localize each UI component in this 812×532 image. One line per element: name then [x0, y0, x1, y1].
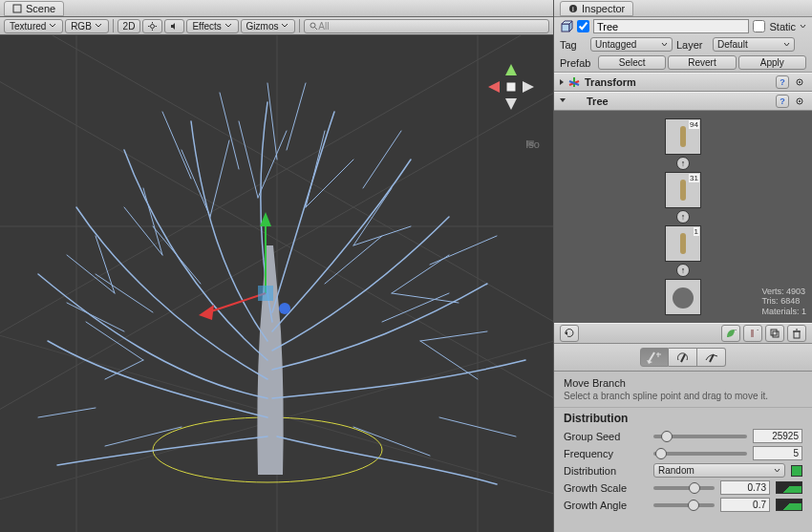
shading-dropdown[interactable]: Textured	[4, 19, 63, 33]
color-swatch[interactable]	[791, 465, 802, 477]
gizmos-dropdown[interactable]: Gizmos	[241, 19, 296, 33]
render-dropdown[interactable]: RGB	[65, 19, 108, 33]
tag-label: Tag	[560, 39, 587, 51]
svg-text:i: i	[572, 5, 574, 13]
svg-marker-33	[523, 81, 534, 93]
refresh-icon	[564, 328, 575, 339]
transform-icon	[567, 75, 581, 89]
growth-scale-value[interactable]: 0.73	[720, 480, 770, 495]
inspector-tabbar: i Inspector	[554, 0, 812, 17]
svg-marker-32	[505, 98, 517, 110]
svg-point-6	[310, 23, 315, 28]
growth-scale-curve[interactable]	[776, 481, 802, 494]
add-branch-button[interactable]: +	[743, 325, 762, 342]
delete-button[interactable]	[787, 325, 806, 342]
speaker-icon	[170, 22, 179, 31]
scene-tab-label: Scene	[26, 3, 55, 14]
growth-scale-label: Growth Scale	[564, 482, 648, 494]
axis-gizmo[interactable]: y x	[488, 64, 534, 110]
distribution-dropdown[interactable]: Random	[653, 463, 785, 478]
tree-node[interactable]: 94	[665, 118, 701, 155]
tree-node[interactable]	[665, 279, 701, 315]
scene-panel: Scene Textured RGB 2D Effects Gizmos All	[0, 0, 554, 532]
distribution-section: Distribution Group Seed 25925 Frequency …	[554, 408, 812, 519]
gear-icon[interactable]	[793, 75, 806, 89]
svg-rect-26	[258, 286, 273, 301]
freehand-mode-button[interactable]	[697, 348, 726, 367]
transform-component-header[interactable]: Transform ?	[554, 73, 812, 92]
edit-mode-group	[554, 344, 812, 372]
group-seed-slider[interactable]	[653, 435, 747, 438]
dim-mode-toggle[interactable]: 2D	[118, 19, 141, 33]
layer-dropdown[interactable]: Default	[713, 37, 795, 52]
expand-icon	[560, 98, 566, 105]
svg-rect-0	[13, 5, 21, 12]
trash-icon	[791, 328, 802, 339]
scene-tab[interactable]: Scene	[4, 1, 64, 16]
tree-toolbar: + +	[554, 323, 812, 344]
add-leaf-button[interactable]: +	[721, 325, 740, 342]
effects-dropdown[interactable]: Effects	[186, 19, 238, 33]
tree-component-header[interactable]: Tree ?	[554, 92, 812, 111]
mesh-stats: Verts: 4903 Tris: 6848 Materials: 1	[761, 287, 806, 317]
svg-line-64	[681, 354, 685, 362]
inspector-panel: i Inspector Static Tag Untagged Layer De…	[554, 0, 812, 532]
svg-marker-24	[199, 305, 214, 320]
expand-icon	[560, 79, 564, 85]
duplicate-icon	[769, 328, 780, 339]
prefab-label: Prefab	[560, 57, 596, 69]
frequency-value[interactable]: 5	[753, 446, 802, 460]
layer-label: Layer	[676, 39, 709, 51]
duplicate-button[interactable]	[765, 325, 784, 342]
frequency-slider[interactable]	[653, 452, 747, 456]
scene-icon	[12, 4, 22, 13]
svg-point-46	[799, 100, 801, 102]
search-field[interactable]: All	[304, 19, 549, 33]
light-toggle[interactable]	[142, 19, 162, 33]
svg-point-50	[673, 287, 694, 309]
scene-tabbar: Scene	[0, 0, 553, 17]
svg-rect-47	[680, 126, 686, 147]
prefab-revert-button[interactable]: Revert	[668, 55, 736, 70]
help-icon[interactable]: ?	[776, 75, 789, 89]
growth-angle-value[interactable]: 0.7	[720, 498, 770, 512]
svg-text:+: +	[757, 328, 759, 334]
sun-icon	[148, 22, 157, 31]
svg-marker-28	[505, 64, 517, 75]
growth-scale-slider[interactable]	[653, 486, 715, 490]
prefab-select-button[interactable]: Select	[598, 55, 666, 70]
refresh-button[interactable]	[560, 325, 579, 342]
static-label: Static	[769, 21, 796, 32]
tree-node[interactable]: 1	[665, 225, 701, 262]
inspector-tab[interactable]: i Inspector	[560, 1, 633, 16]
svg-line-7	[315, 27, 318, 30]
scene-viewport[interactable]: y x Iso	[0, 35, 553, 532]
growth-angle-slider[interactable]	[653, 503, 715, 507]
arrow-icon: ↑	[676, 210, 690, 223]
tag-dropdown[interactable]: Untagged	[590, 37, 673, 52]
rotate-mode-button[interactable]	[669, 348, 697, 367]
audio-toggle[interactable]	[164, 19, 184, 33]
group-seed-value[interactable]: 25925	[753, 429, 802, 443]
gear-icon[interactable]	[793, 95, 806, 108]
tree-node[interactable]: 31	[665, 172, 701, 208]
gameobject-header: Static Tag Untagged Layer Default Prefab…	[554, 17, 812, 73]
help-icon[interactable]: ?	[776, 95, 789, 108]
info-icon: i	[568, 4, 578, 13]
static-checkbox[interactable]	[753, 20, 765, 32]
branch-plus-icon: +	[747, 328, 759, 339]
prefab-apply-button[interactable]: Apply	[738, 55, 806, 70]
svg-rect-49	[680, 233, 686, 254]
name-field[interactable]	[593, 19, 749, 33]
cube-icon	[560, 20, 573, 33]
growth-angle-curve[interactable]	[776, 499, 802, 511]
svg-rect-55	[771, 330, 777, 335]
svg-point-25	[279, 303, 290, 314]
tree-hierarchy[interactable]: 94 ↑ 31 ↑ 1 ↑ Verts: 4903 Tris: 6848 Mat…	[554, 111, 812, 323]
svg-line-60	[649, 352, 654, 362]
svg-point-1	[151, 24, 155, 28]
active-checkbox[interactable]	[577, 20, 589, 32]
arrow-icon: ↑	[676, 264, 690, 277]
growth-angle-label: Growth Angle	[564, 500, 648, 511]
move-mode-button[interactable]	[640, 348, 669, 367]
